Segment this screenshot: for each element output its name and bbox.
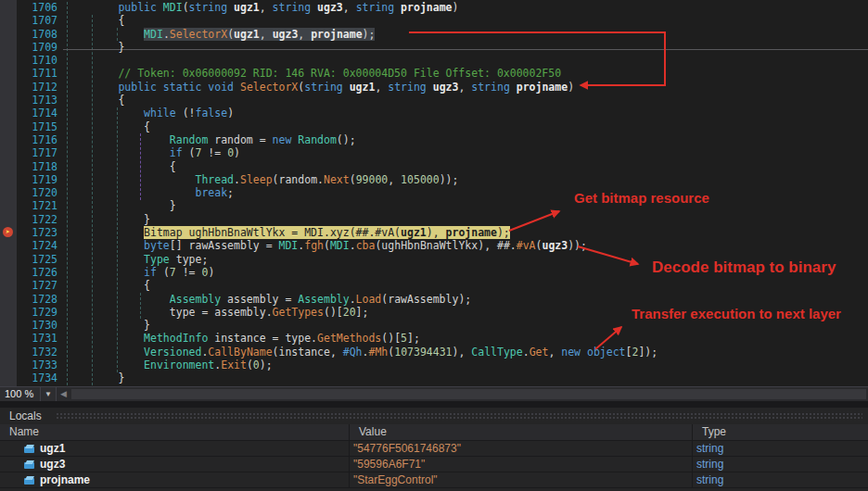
gutter-cell[interactable]	[0, 253, 17, 266]
line-number: 1713	[17, 94, 57, 107]
code-line[interactable]: 1710	[0, 54, 868, 67]
gutter-cell[interactable]	[0, 199, 17, 212]
gutter-cell[interactable]	[0, 120, 17, 133]
code-line[interactable]: 1728 Assembly assembly = Assembly.Load(r…	[0, 293, 868, 306]
line-number: 1715	[17, 120, 57, 133]
gutter-cell[interactable]	[0, 14, 17, 27]
line-number: 1707	[17, 14, 57, 27]
code-line[interactable]: 1722 }	[0, 213, 868, 226]
code-line[interactable]: 1714 while (!false)	[0, 107, 868, 120]
variable-value[interactable]: "59596A6F71"	[350, 457, 693, 472]
scroll-left-arrow-icon[interactable]: ◀	[60, 387, 67, 401]
locals-panel: Locals Name Value Type ugz1 "54776F50617…	[0, 408, 868, 491]
gutter-cell[interactable]	[0, 186, 17, 199]
line-number: 1717	[17, 146, 57, 159]
gutter-cell[interactable]	[0, 332, 17, 345]
gutter-cell[interactable]	[0, 107, 17, 120]
variable-value[interactable]: "54776F5061746873"	[350, 441, 693, 456]
code-editor[interactable]: 1706 public MDI(string ugz1, string ugz3…	[0, 0, 868, 386]
locals-row-ugz1[interactable]: ugz1 "54776F5061746873" string	[0, 441, 868, 457]
variable-value[interactable]: "StarEggControl"	[350, 472, 693, 487]
zoom-level-value: 100 %	[5, 388, 33, 399]
gutter-cell[interactable]	[0, 239, 17, 252]
gutter-cell[interactable]	[0, 160, 17, 173]
gutter-cell[interactable]	[0, 319, 17, 332]
gutter-cell[interactable]	[0, 28, 17, 41]
code-line[interactable]: 1706 public MDI(string ugz1, string ugz3…	[0, 1, 868, 14]
code-line[interactable]: 1712 public static void SelectorX(string…	[0, 81, 868, 94]
pane-splitter[interactable]	[0, 401, 868, 408]
zoom-level-control[interactable]: 100 %	[0, 387, 41, 401]
code-text: }	[57, 41, 124, 54]
gutter-cell[interactable]	[0, 346, 17, 359]
line-number: 1729	[17, 306, 57, 319]
code-line[interactable]: 1711 // Token: 0x06000092 RID: 146 RVA: …	[0, 67, 868, 80]
variable-type: string	[693, 472, 868, 487]
line-number: 1711	[17, 67, 57, 80]
gutter-cell[interactable]	[0, 133, 17, 146]
gutter-cell[interactable]	[0, 94, 17, 107]
code-text: {	[57, 120, 150, 133]
column-header-type[interactable]: Type	[693, 424, 868, 440]
code-text: MethodInfo instance = type.GetMethods()[…	[57, 332, 420, 345]
gutter-cell[interactable]	[0, 306, 17, 319]
gutter-cell[interactable]	[0, 41, 17, 54]
code-text: {	[57, 14, 124, 27]
code-line[interactable]: 1732 Versioned.CallByName(instance, #Qh.…	[0, 346, 868, 359]
code-text: {	[57, 279, 150, 292]
gutter-cell[interactable]	[0, 1, 17, 14]
code-line[interactable]: 1733 Environment.Exit(0);	[0, 359, 868, 371]
gutter-cell[interactable]	[0, 67, 17, 80]
gutter-cell[interactable]	[0, 81, 17, 94]
gutter-cell[interactable]	[0, 359, 17, 371]
local-variable-icon	[24, 444, 34, 454]
line-number: 1721	[17, 199, 57, 212]
current-statement-breakpoint-icon[interactable]: ➤	[0, 226, 17, 239]
locals-row-projname[interactable]: projname "StarEggControl" string	[0, 472, 868, 488]
annotation-get-bitmap: Get bitmap resource	[574, 190, 709, 206]
code-line[interactable]: 1717 if (7 != 0)	[0, 146, 868, 159]
gutter-cell[interactable]	[0, 293, 17, 306]
line-number: 1731	[17, 332, 57, 345]
code-line[interactable]: 1734 }	[0, 371, 868, 384]
code-line[interactable]: 1708 MDI.SelectorX(ugz1, ugz3, projname)…	[0, 28, 868, 41]
line-number: 1718	[17, 160, 57, 173]
code-line[interactable]: 1707 {	[0, 14, 868, 27]
code-line[interactable]: 1719 Thread.Sleep(random.Next(99000, 105…	[0, 173, 868, 186]
code-line[interactable]: 1715 {	[0, 120, 868, 133]
local-variable-icon	[24, 460, 34, 470]
code-line[interactable]: 1731 MethodInfo instance = type.GetMetho…	[0, 332, 868, 345]
code-text: }	[57, 199, 176, 212]
code-line[interactable]: 1720 break;	[0, 186, 868, 199]
horizontal-scrollbar[interactable]: ◀	[57, 387, 868, 401]
gutter-cell[interactable]	[0, 173, 17, 186]
gutter-cell[interactable]	[0, 213, 17, 226]
code-line[interactable]: 1713 {	[0, 94, 868, 107]
code-line[interactable]: 1709 }	[0, 41, 868, 54]
locals-row-ugz3[interactable]: ugz3 "59596A6F71" string	[0, 457, 868, 472]
current-statement-highlight: Bitmap ughHbnBnaWtlYkx = MDI.xyz(##.#vA(…	[144, 226, 510, 239]
column-header-name[interactable]: Name	[0, 424, 350, 440]
code-line[interactable]: 1724 byte[] rawAssembly = MDI.fgh(MDI.cb…	[0, 239, 868, 252]
code-line[interactable]: 1718 {	[0, 160, 868, 173]
code-line[interactable]: 1727 {	[0, 279, 868, 292]
code-line[interactable]: 1721 }	[0, 199, 868, 212]
line-number: 1733	[17, 359, 57, 371]
column-header-value[interactable]: Value	[350, 424, 693, 440]
code-line[interactable]: ➤1723 Bitmap ughHbnBnaWtlYkx = MDI.xyz(#…	[0, 226, 868, 239]
gutter-cell[interactable]	[0, 54, 17, 67]
line-number: 1734	[17, 371, 57, 384]
locals-title-bar[interactable]: Locals	[0, 408, 868, 424]
code-line[interactable]: 1716 Random random = new Random();	[0, 133, 868, 146]
zoom-dropdown-button[interactable]: ▼	[41, 387, 57, 401]
code-text: Environment.Exit(0);	[57, 359, 273, 371]
gutter-cell[interactable]	[0, 266, 17, 279]
chevron-down-icon: ▼	[45, 390, 52, 398]
variable-name: ugz1	[40, 441, 65, 456]
scrollbar-thumb[interactable]	[71, 389, 866, 399]
variable-type: string	[693, 457, 868, 472]
gutter-cell[interactable]	[0, 371, 17, 384]
gutter-cell[interactable]	[0, 279, 17, 292]
gutter-cell[interactable]	[0, 146, 17, 159]
annotation-decode-bitmap: Decode bitmap to binary	[652, 258, 836, 277]
